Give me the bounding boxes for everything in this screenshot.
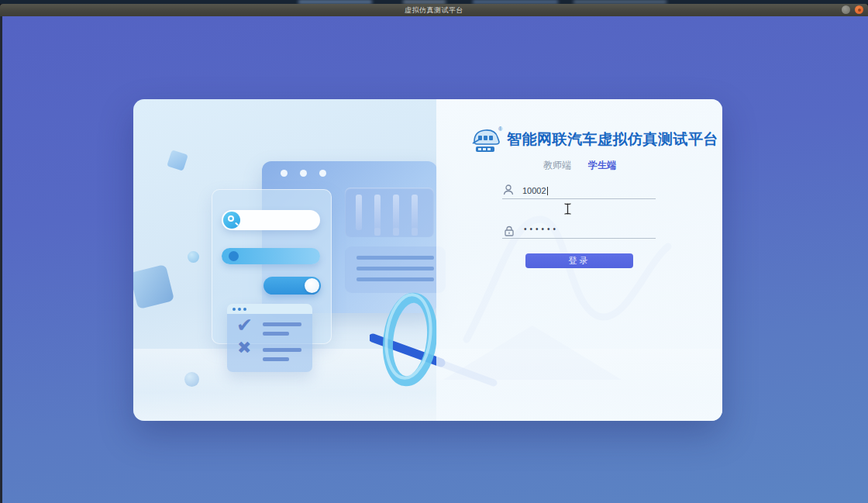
username-input[interactable]: 10002 xyxy=(522,186,548,195)
username-value: 10002 xyxy=(522,186,546,195)
app-background: ✔ ✖ xyxy=(0,16,868,503)
brand-header: ® 智能网联汽车虚拟仿真测试平台 xyxy=(470,125,710,156)
screen: 虚拟仿真测试平台 xyxy=(0,0,868,503)
person-icon xyxy=(502,184,515,196)
text-caret xyxy=(547,187,548,195)
close-button[interactable] xyxy=(855,5,863,14)
lock-icon xyxy=(503,225,515,237)
platform-logo-icon: ® xyxy=(470,125,504,154)
login-button[interactable]: 登录 xyxy=(525,253,633,268)
window-controls xyxy=(842,5,863,14)
window-titlebar[interactable]: 虚拟仿真测试平台 xyxy=(0,4,868,16)
password-underline[interactable] xyxy=(502,238,656,239)
login-form: ® 智能网联汽车虚拟仿真测试平台 教师端 学生端 10002 xyxy=(133,99,722,421)
login-card: ✔ ✖ xyxy=(133,99,722,421)
window-title: 虚拟仿真测试平台 xyxy=(405,5,463,16)
tab-student[interactable]: 学生端 xyxy=(588,159,616,172)
password-input[interactable]: •••••• xyxy=(524,225,559,233)
platform-title: 智能网联汽车虚拟仿真测试平台 xyxy=(507,129,718,150)
registered-mark: ® xyxy=(498,126,503,132)
minimize-button[interactable] xyxy=(842,5,850,14)
window-left-edge xyxy=(0,16,2,503)
ibeam-cursor xyxy=(564,203,571,215)
role-tabs: 教师端 学生端 xyxy=(502,159,657,172)
tab-teacher[interactable]: 教师端 xyxy=(543,159,571,172)
username-underline[interactable] xyxy=(502,198,656,199)
